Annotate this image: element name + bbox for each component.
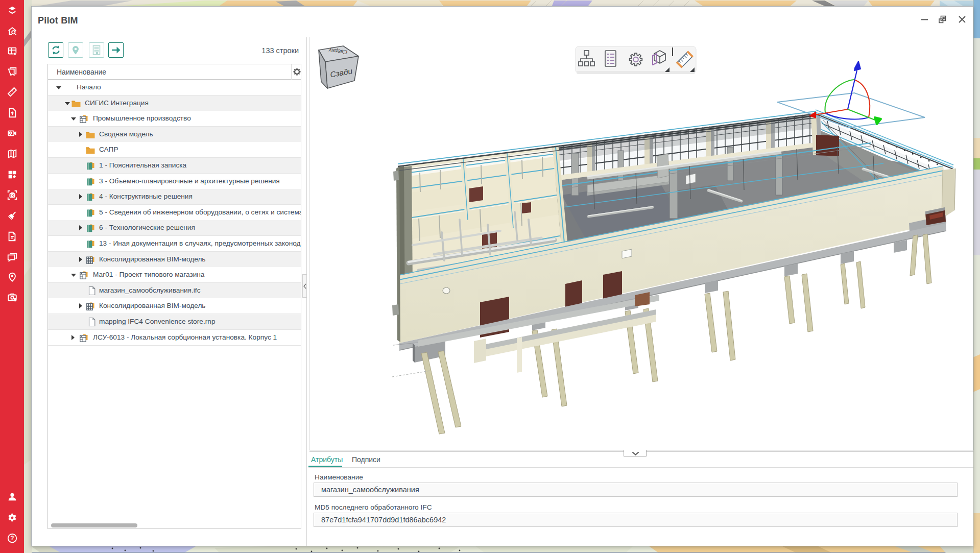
svg-text:?: ?	[10, 535, 14, 542]
